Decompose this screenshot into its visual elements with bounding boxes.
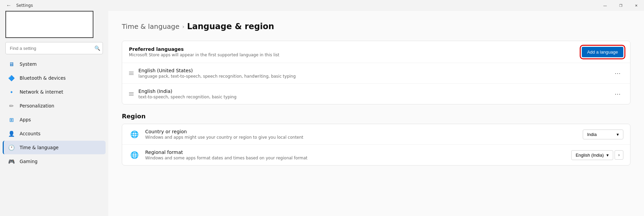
sidebar-item-label-personalization: Personalization	[20, 103, 54, 109]
region-item-format: 🌐 Regional format Windows and some apps …	[122, 145, 630, 165]
format-name: Regional format	[145, 150, 566, 155]
app-body: 🔍 🖥 System 🔷 Bluetooth & devices 🔹 Netwo…	[0, 11, 644, 216]
format-value: English (India)	[576, 153, 604, 158]
personalization-icon: ✏️	[8, 102, 15, 109]
lang-info-english-india: English (India) text-to-speech, speech r…	[138, 89, 607, 99]
format-info: Regional format Windows and some apps fo…	[145, 150, 566, 160]
region-item-country: 🌐 Country or region Windows and apps mig…	[122, 124, 630, 145]
country-dropdown-chevron: ▾	[617, 132, 619, 137]
format-desc: Windows and some apps format dates and t…	[145, 156, 566, 160]
window-title: Settings	[16, 3, 33, 8]
country-name: Country or region	[145, 129, 577, 134]
apps-icon: ⊞	[8, 116, 15, 123]
preferred-languages-card: Preferred languages Microsoft Store apps…	[122, 41, 630, 104]
preferred-languages-title: Preferred languages	[129, 46, 280, 52]
sidebar-item-accounts[interactable]: 👤 Accounts	[3, 127, 106, 140]
sidebar: 🔍 🖥 System 🔷 Bluetooth & devices 🔹 Netwo…	[0, 11, 108, 216]
more-options-english-us[interactable]: ⋯	[612, 68, 623, 78]
main-content: Time & language › Language & region Pref…	[108, 11, 644, 216]
format-dropdown[interactable]: English (India) ▾	[571, 150, 613, 160]
search-input[interactable]	[5, 42, 103, 54]
region-heading: Region	[122, 113, 630, 120]
breadcrumb-separator: ›	[182, 23, 184, 30]
breadcrumb-parent[interactable]: Time & language	[122, 22, 179, 31]
time-icon: 🕐	[8, 144, 15, 151]
preferred-languages-info: Preferred languages Microsoft Store apps…	[129, 46, 280, 57]
sidebar-item-gaming[interactable]: 🎮 Gaming	[3, 155, 106, 168]
minimize-button[interactable]: —	[597, 0, 613, 11]
sidebar-item-label-time: Time & language	[20, 145, 59, 150]
sidebar-item-label-system: System	[20, 61, 37, 67]
country-desc: Windows and apps might use your country …	[145, 135, 577, 140]
sidebar-item-label-network: Network & internet	[20, 89, 63, 95]
sidebar-item-network[interactable]: 🔹 Network & internet	[3, 85, 106, 99]
sidebar-nav: 🖥 System 🔷 Bluetooth & devices 🔹 Network…	[0, 57, 108, 169]
network-icon: 🔹	[8, 89, 15, 95]
search-icon[interactable]: 🔍	[94, 45, 100, 51]
sidebar-item-time[interactable]: 🕐 Time & language	[3, 141, 106, 154]
country-select: India ▾	[583, 130, 623, 139]
lang-details-english-us: language pack, text-to-speech, speech re…	[138, 74, 607, 79]
sidebar-item-label-bluetooth: Bluetooth & devices	[20, 75, 66, 81]
sidebar-item-personalization[interactable]: ✏️ Personalization	[3, 99, 106, 113]
title-bar-controls: — ❐ ✕	[597, 0, 644, 11]
language-item-english-india: English (India) text-to-speech, speech r…	[122, 84, 630, 104]
add-language-button[interactable]: Add a language	[582, 47, 623, 57]
format-dropdown-chevron: ▾	[606, 153, 609, 158]
country-value: India	[587, 132, 597, 137]
breadcrumb-current: Language & region	[187, 22, 274, 31]
format-select: English (India) ▾ ›	[571, 150, 623, 160]
sidebar-item-bluetooth[interactable]: 🔷 Bluetooth & devices	[3, 71, 106, 85]
country-info: Country or region Windows and apps might…	[145, 129, 577, 140]
lang-info-english-us: English (United States) language pack, t…	[138, 68, 607, 79]
title-bar-left: ← Settings	[4, 1, 33, 10]
breadcrumb: Time & language › Language & region	[122, 22, 630, 31]
bluetooth-icon: 🔷	[8, 75, 15, 81]
avatar-box	[5, 11, 93, 38]
sidebar-item-system[interactable]: 🖥 System	[3, 57, 106, 71]
system-icon: 🖥	[8, 61, 15, 67]
maximize-button[interactable]: ❐	[613, 0, 628, 11]
country-icon: 🌐	[129, 129, 140, 140]
gaming-icon: 🎮	[8, 158, 15, 165]
lang-details-english-india: text-to-speech, speech recognition, basi…	[138, 95, 607, 99]
format-icon: 🌐	[129, 150, 140, 160]
drag-handle-english-us[interactable]	[129, 72, 134, 75]
more-options-english-india[interactable]: ⋯	[612, 89, 623, 99]
region-card: 🌐 Country or region Windows and apps mig…	[122, 124, 630, 165]
sidebar-item-label-apps: Apps	[20, 117, 31, 122]
lang-name-english-us: English (United States)	[138, 68, 607, 73]
accounts-icon: 👤	[8, 130, 15, 137]
title-bar: ← Settings — ❐ ✕	[0, 0, 644, 11]
sidebar-item-label-gaming: Gaming	[20, 159, 38, 164]
close-button[interactable]: ✕	[628, 0, 644, 11]
preferred-languages-header: Preferred languages Microsoft Store apps…	[122, 41, 630, 63]
language-item-english-us: English (United States) language pack, t…	[122, 63, 630, 84]
search-box: 🔍	[5, 42, 103, 54]
country-dropdown[interactable]: India ▾	[583, 130, 623, 139]
format-expand-button[interactable]: ›	[615, 150, 623, 160]
back-button[interactable]: ←	[4, 1, 14, 10]
sidebar-item-label-accounts: Accounts	[20, 131, 41, 136]
drag-handle-english-india[interactable]	[129, 92, 134, 96]
lang-name-english-india: English (India)	[138, 89, 607, 94]
sidebar-item-apps[interactable]: ⊞ Apps	[3, 113, 106, 126]
preferred-languages-description: Microsoft Store apps will appear in the …	[129, 53, 280, 57]
